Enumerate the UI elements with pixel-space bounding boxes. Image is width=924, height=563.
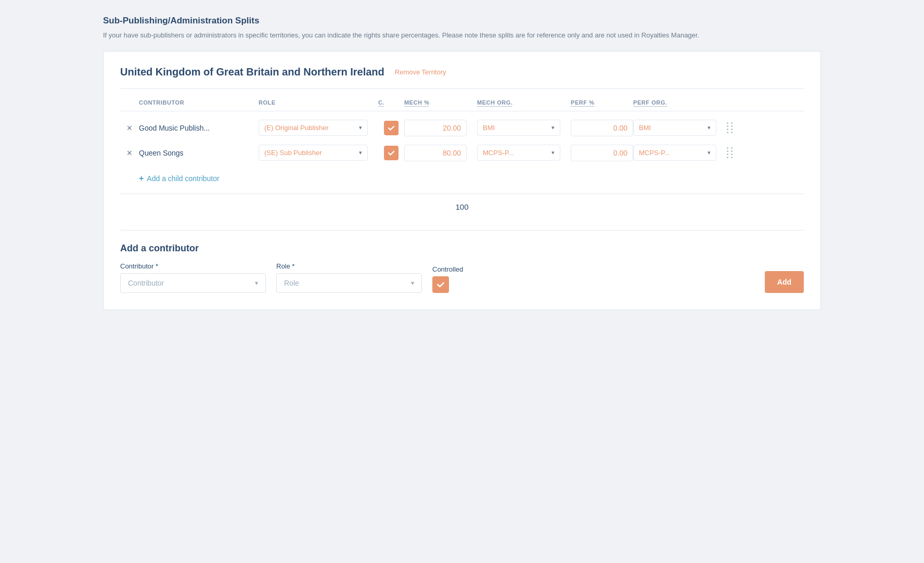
contributor-placeholder: Contributor	[128, 279, 164, 287]
role-1-value: (E) Original Publisher	[264, 124, 329, 132]
perf-pct-2-input[interactable]	[571, 145, 633, 161]
perf-pct-1-input[interactable]	[571, 120, 633, 136]
add-contributor-title: Add a contributor	[120, 243, 804, 254]
mech-org-2-select[interactable]: MCPS-P... ▾	[477, 145, 560, 161]
controlled-1-checkbox[interactable]	[384, 121, 399, 135]
perf-org-2-select[interactable]: MCPS-P... ▾	[633, 145, 716, 161]
role-1-select[interactable]: (E) Original Publisher ▾	[259, 120, 368, 136]
section-description: If your have sub-publishers or administr…	[103, 30, 821, 41]
controlled-field: Controlled	[432, 265, 463, 293]
drag-handle-1[interactable]	[727, 122, 748, 133]
role-2-value: (SE) Sub Publisher	[264, 149, 322, 157]
col-header-mech-pct: MECH %	[404, 99, 477, 106]
chevron-down-icon: ▾	[551, 124, 555, 131]
chevron-down-icon: ▾	[551, 149, 555, 156]
section-title: Sub-Publishing/Administration Splits	[103, 16, 821, 26]
territory-name: United Kingdom of Great Britain and Nort…	[120, 66, 384, 78]
drag-handle-2[interactable]	[727, 147, 748, 158]
check-icon	[436, 280, 445, 289]
chevron-down-icon: ▾	[359, 124, 362, 131]
role-field-label: Role *	[276, 262, 422, 270]
mech-pct-1-input[interactable]	[404, 120, 467, 136]
remove-territory-button[interactable]: Remove Territory	[395, 68, 446, 76]
controlled-2-checkbox[interactable]	[384, 146, 399, 160]
controlled-form-checkbox[interactable]	[432, 276, 449, 293]
contributor-2-name: Queen Songs	[139, 149, 259, 157]
chevron-down-icon: ▾	[255, 279, 258, 287]
header-divider	[120, 88, 804, 89]
col-header-controlled: C.	[378, 99, 404, 106]
add-contributor-section: Add a contributor Contributor * Contribu…	[120, 230, 804, 293]
territory-header: United Kingdom of Great Britain and Nort…	[120, 66, 804, 78]
chevron-down-icon: ▾	[359, 149, 362, 156]
contributors-table: CONTRIBUTOR ROLE C. MECH % MECH ORG. PER…	[120, 99, 804, 220]
contributor-1-name: Good Music Publish...	[139, 124, 259, 132]
role-placeholder: Role	[284, 279, 299, 287]
contributor-field-label: Contributor *	[120, 262, 266, 270]
chevron-down-icon: ▾	[708, 149, 711, 156]
col-header-mech-org: MECH ORG.	[477, 99, 571, 106]
perf-org-1-select[interactable]: BMI ▾	[633, 120, 716, 136]
role-2-select[interactable]: (SE) Sub Publisher ▾	[259, 145, 368, 161]
contributor-field: Contributor * Contributor ▾	[120, 262, 266, 293]
close-icon: ✕	[126, 124, 133, 132]
add-child-contributor-button[interactable]: + Add a child contributor	[120, 169, 220, 188]
splits-card: United Kingdom of Great Britain and Nort…	[103, 51, 821, 310]
table-row: ✕ Queen Songs (SE) Sub Publisher ▾ MCPS-…	[120, 140, 804, 165]
controlled-field-label: Controlled	[432, 265, 463, 273]
mech-org-2-value: MCPS-P...	[483, 149, 514, 157]
col-header-role: ROLE	[259, 99, 378, 106]
mech-org-1-value: BMI	[483, 124, 495, 132]
col-header-contributor: CONTRIBUTOR	[139, 99, 259, 106]
remove-contributor-2-button[interactable]: ✕	[120, 147, 139, 159]
perf-org-1-value: BMI	[639, 124, 651, 132]
col-header-perf-org: PERF ORG.	[633, 99, 727, 106]
table-header-row: CONTRIBUTOR ROLE C. MECH % MECH ORG. PER…	[120, 99, 804, 111]
mech-pct-2-input[interactable]	[404, 145, 467, 161]
add-contributor-button[interactable]: Add	[765, 271, 804, 293]
section-header: Sub-Publishing/Administration Splits If …	[103, 16, 821, 41]
check-icon	[387, 149, 395, 157]
add-child-label: Add a child contributor	[147, 174, 219, 183]
close-icon: ✕	[126, 149, 133, 157]
total-row: 100	[120, 194, 804, 220]
plus-icon: +	[139, 174, 144, 183]
mech-org-1-select[interactable]: BMI ▾	[477, 120, 560, 136]
add-contributor-form: Contributor * Contributor ▾ Role * Role …	[120, 262, 804, 293]
chevron-down-icon: ▾	[411, 279, 414, 287]
chevron-down-icon: ▾	[708, 124, 711, 131]
role-field: Role * Role ▾	[276, 262, 422, 293]
col-header-perf-pct: PERF %	[571, 99, 633, 106]
remove-contributor-1-button[interactable]: ✕	[120, 122, 139, 134]
role-select-form[interactable]: Role ▾	[276, 273, 422, 293]
contributor-select[interactable]: Contributor ▾	[120, 273, 266, 293]
table-row: ✕ Good Music Publish... (E) Original Pub…	[120, 116, 804, 140]
check-icon	[387, 124, 395, 132]
total-value: 100	[455, 202, 468, 211]
perf-org-2-value: MCPS-P...	[639, 149, 670, 157]
